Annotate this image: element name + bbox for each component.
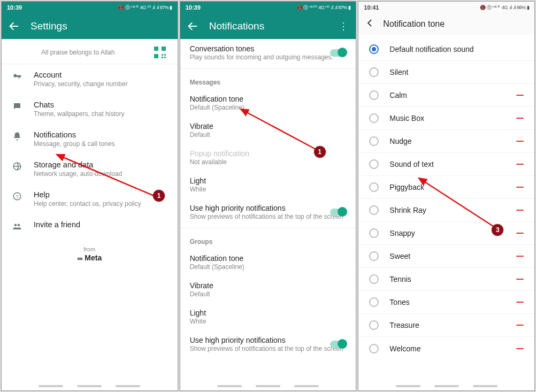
- item-title: Chats: [34, 101, 168, 109]
- tone-list: Default notification soundSilentCalmMusi…: [358, 35, 534, 363]
- radio-button[interactable]: [369, 67, 379, 77]
- back-button[interactable]: [366, 19, 373, 29]
- minus-icon: [516, 302, 524, 303]
- key-icon: [11, 71, 23, 82]
- footer-meta: ∞ Meta: [2, 253, 178, 262]
- appbar-title: Notifications: [209, 20, 265, 32]
- minus-icon: [516, 233, 524, 234]
- item-sub: Privacy, security, change number: [34, 80, 168, 88]
- toggle-switch[interactable]: [330, 209, 346, 216]
- status-time: 10:39: [7, 4, 118, 11]
- toggle-switch[interactable]: [330, 49, 346, 57]
- chat-icon: [11, 101, 23, 112]
- settings-content: All praise belongs to Allah AccountPriva…: [2, 39, 178, 390]
- item-sub: Message, group & call tones: [34, 140, 168, 148]
- appbar-title: Notification tone: [383, 19, 445, 29]
- radio-button[interactable]: [369, 228, 379, 238]
- tone-content: Default notification soundSilentCalmMusi…: [358, 35, 534, 390]
- radio-button[interactable]: [369, 90, 379, 100]
- settings-item-notifications[interactable]: NotificationsMessage, group & call tones: [2, 124, 178, 154]
- status-bar: 10:39 📵 ⓞ ᵛᵒᴸᵀᴱ 4G ᴴᴰ .ıl .ıl 87% ▮: [2, 2, 178, 13]
- data-icon: [11, 160, 23, 172]
- minus-icon: [516, 118, 524, 119]
- radio-button[interactable]: [369, 251, 379, 261]
- appbar: Notification tone: [358, 13, 534, 35]
- radio-button[interactable]: [369, 344, 379, 353]
- tone-label: Default notification sound: [389, 45, 524, 53]
- setting-msg-notification-tone[interactable]: Notification tone Default (Spaceline): [180, 89, 356, 117]
- radio-button[interactable]: [369, 136, 379, 146]
- callout-badge: 1: [153, 190, 165, 202]
- tone-item-piggyback[interactable]: Piggyback: [358, 176, 534, 199]
- divider: [180, 68, 356, 69]
- tone-item-treasure[interactable]: Treasure: [358, 314, 534, 337]
- tone-item-sweet[interactable]: Sweet: [358, 245, 534, 268]
- tone-item-sound-of-text[interactable]: Sound of text: [358, 153, 534, 176]
- tone-item-nudge[interactable]: Nudge: [358, 130, 534, 153]
- radio-button[interactable]: [369, 205, 379, 215]
- radio-button[interactable]: [369, 274, 379, 284]
- toggle-switch[interactable]: [330, 341, 346, 348]
- tone-item-silent[interactable]: Silent: [358, 61, 534, 84]
- tone-label: Silent: [389, 68, 524, 76]
- back-button[interactable]: [9, 21, 19, 31]
- qr-icon[interactable]: [154, 47, 166, 58]
- setting-grp-light[interactable]: Light White: [180, 303, 356, 330]
- minus-icon: [516, 256, 524, 257]
- tone-item-tones[interactable]: Tones: [358, 291, 534, 314]
- back-button[interactable]: [188, 21, 197, 31]
- setting-conversation-tones[interactable]: Conversation tones Play sounds for incom…: [180, 39, 356, 66]
- tone-label: Shrink Ray: [389, 206, 516, 214]
- status-icons: 📵 ⓞ ᵛᵒᴸᵀᴱ 4G ᴴᴰ .ıl .ıl 87% ▮: [297, 4, 351, 11]
- minus-icon: [516, 164, 524, 165]
- setting-grp-notification-tone[interactable]: Notification tone Default (Spaceline): [180, 249, 356, 276]
- setting-grp-vibrate[interactable]: Vibrate Default: [180, 276, 356, 303]
- settings-item-help[interactable]: ?HelpHelp center, contact us, privacy po…: [2, 184, 178, 214]
- radio-button[interactable]: [369, 159, 379, 169]
- radio-button[interactable]: [369, 182, 379, 192]
- bell-icon: [11, 130, 23, 142]
- tone-item-music-box[interactable]: Music Box: [358, 107, 534, 130]
- radio-button[interactable]: [369, 297, 379, 307]
- setting-msg-light[interactable]: Light White: [180, 171, 356, 198]
- radio-button[interactable]: [369, 113, 379, 123]
- tone-item-snappy[interactable]: Snappy: [358, 222, 534, 245]
- minus-icon: [516, 348, 524, 349]
- tone-label: Sweet: [389, 252, 516, 260]
- minus-icon: [516, 95, 524, 96]
- tone-item-shrink-ray[interactable]: Shrink Ray: [358, 199, 534, 222]
- radio-button[interactable]: [369, 320, 379, 330]
- tone-item-tennis[interactable]: Tennis: [358, 268, 534, 291]
- screen-settings: 10:39 📵 ⓞ ᵛᵒᴸᵀᴱ 4G ᴴᴰ .ıl .ıl 87% ▮ Sett…: [1, 1, 178, 391]
- item-sub: Theme, wallpapers, chat history: [34, 110, 168, 118]
- section-groups: Groups: [180, 230, 356, 249]
- item-title: Account: [34, 71, 168, 79]
- setting-msg-vibrate[interactable]: Vibrate Default: [180, 117, 356, 144]
- radio-button[interactable]: [369, 44, 379, 54]
- help-icon: ?: [11, 190, 23, 202]
- svg-point-3: [14, 224, 17, 227]
- tone-item-welcome[interactable]: Welcome: [358, 337, 534, 360]
- tone-item-default-notification-sound[interactable]: Default notification sound: [358, 38, 534, 61]
- tone-label: Treasure: [389, 321, 516, 329]
- item-sub: Help center, contact us, privacy policy: [34, 200, 168, 207]
- appbar-title: Settings: [30, 20, 67, 32]
- minus-icon: [516, 325, 524, 326]
- divider: [180, 228, 356, 228]
- settings-item-invite-a-friend[interactable]: Invite a friend: [2, 214, 178, 239]
- tone-label: Sound of text: [389, 160, 516, 168]
- settings-item-account[interactable]: AccountPrivacy, security, change number: [2, 64, 178, 94]
- item-title: Help: [34, 190, 168, 199]
- tone-item-calm[interactable]: Calm: [358, 84, 534, 107]
- profile-row[interactable]: All praise belongs to Allah: [2, 39, 178, 64]
- overflow-menu[interactable]: ⋮: [339, 21, 348, 31]
- notifications-content: Conversation tones Play sounds for incom…: [180, 39, 356, 390]
- gesture-bar: [180, 385, 356, 387]
- setting-msg-highpriority[interactable]: Use high priority notifications Show pre…: [180, 198, 356, 226]
- settings-item-chats[interactable]: ChatsTheme, wallpapers, chat history: [2, 94, 178, 124]
- settings-item-storage-and-data[interactable]: Storage and dataNetwork usage, auto-down…: [2, 154, 178, 184]
- setting-grp-highpriority[interactable]: Use high priority notifications Show pre…: [180, 330, 356, 358]
- screen-notifications: 10:39 📵 ⓞ ᵛᵒᴸᵀᴱ 4G ᴴᴰ .ıl .ıl 87% ▮ Noti…: [180, 1, 357, 391]
- status-icons: 📵 ⓞ ᵛᵒᴸᵀᴱ 4G .ıl .ıl 86% ▮: [480, 4, 529, 11]
- callout-badge: 1: [314, 146, 326, 158]
